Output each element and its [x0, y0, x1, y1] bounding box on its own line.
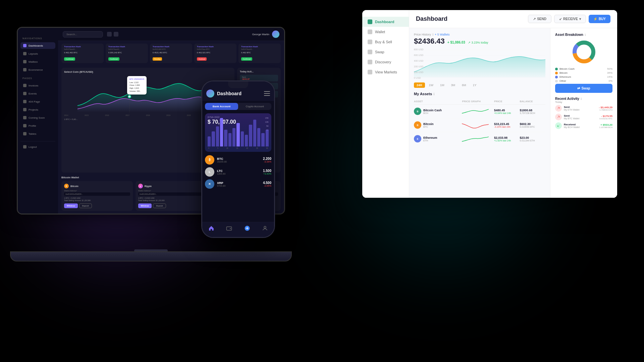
- laptop-base: [10, 251, 292, 261]
- btc-coin-icon: B: [64, 184, 69, 188]
- tooltip-high: High: 1,523: [129, 87, 144, 90]
- sidebar-item-projects[interactable]: Projects: [20, 106, 55, 113]
- price-chart-container: 800 USD 600 USD 400 USD 200 USD 100 USD …: [414, 47, 545, 80]
- asset-price-col: $33,223.45 -3.23% last 24h: [494, 122, 520, 128]
- bar-axis: 0 5 10 15 20 25 30: [208, 147, 269, 149]
- send-button[interactable]: ↗ SEND: [528, 15, 551, 23]
- tab-bank-account[interactable]: Bank Account: [205, 103, 238, 110]
- web-dashboard: Dashboard Wallet Buy & Sell Swap Discove…: [362, 10, 617, 198]
- sidebar-item-tables[interactable]: Tables: [20, 130, 55, 137]
- sidebar-item-ecommerce[interactable]: Ecommerce: [20, 66, 55, 73]
- tab-24h[interactable]: 24H: [414, 82, 425, 88]
- web-price-chart: [414, 47, 545, 80]
- tab-6m[interactable]: 6M: [459, 82, 469, 88]
- bar-9: [245, 135, 248, 146]
- price-today: ↗ 3.23% today: [468, 41, 488, 44]
- assets-table: Asset Price Graph Price Balance B Bitcoi…: [414, 99, 545, 146]
- projects-icon: [23, 108, 26, 111]
- sidebar-item-layouts[interactable]: Layouts: [20, 50, 55, 57]
- act-info: Received My BCH Wallet: [564, 123, 597, 128]
- search-input[interactable]: [63, 31, 103, 38]
- crypto-name: BTC: [217, 157, 260, 161]
- crypto-right: 2.200 -0.34%: [263, 157, 271, 163]
- tab-3m[interactable]: 3M: [448, 82, 458, 88]
- tab-crypto-account[interactable]: Crypto Account: [238, 103, 271, 110]
- tab-1w[interactable]: 1W: [426, 82, 436, 88]
- web-header: Dashboard ↗ SEND ↙ RECEIVE ▾ ⚡ BUY: [409, 10, 617, 28]
- crypto-info: LTC 1200.80: [217, 169, 260, 175]
- phone-notch: [228, 81, 248, 88]
- tab-1y[interactable]: 1Y: [470, 82, 479, 88]
- asset-price-col: $480.45 +0.04% last 24h: [494, 109, 520, 114]
- tx-amount: 0.462 BTC: [241, 52, 278, 54]
- nav-profile[interactable]: [262, 225, 268, 232]
- donut-chart: [571, 39, 597, 65]
- sidebar-discovery[interactable]: Discovery: [362, 57, 409, 67]
- tx-hash: Transaction Hash: [241, 46, 278, 48]
- activity-today-label: Today: [555, 101, 612, 104]
- sidebar-item-events[interactable]: Events: [20, 90, 55, 97]
- laptop-header: George Martin: [58, 28, 284, 41]
- nav-wallet[interactable]: [226, 225, 232, 232]
- crypto-price: 1200.80: [217, 173, 260, 175]
- web-sidebar: Dashboard Wallet Buy & Sell Swap Discove…: [362, 10, 409, 198]
- act-info: Sent My ETH Wallet: [564, 106, 597, 111]
- eth-mini-chart: [462, 134, 489, 143]
- asset-name-cell: E Ethereum ETH: [414, 135, 462, 142]
- sidebar-buy-sell[interactable]: Buy & Sell: [362, 37, 409, 47]
- sidebar-view-markets[interactable]: View Markets: [362, 67, 409, 77]
- nav-add[interactable]: [244, 225, 251, 232]
- wallet-card-0: B Bitcoin Wallet Address* 2xoD12t42xvR2d…: [61, 181, 133, 211]
- web-main: Dashboard ↗ SEND ↙ RECEIVE ▾ ⚡ BUY: [409, 10, 617, 198]
- markets-icon: [368, 70, 372, 74]
- svg-point-3: [230, 228, 231, 229]
- sidebar-item-profile[interactable]: Profile: [20, 122, 55, 129]
- wallet-icon: [368, 29, 372, 34]
- coin-name: Bitcoin: [70, 185, 78, 187]
- chart-date: 8 Feb 2022: [208, 116, 269, 118]
- menu-line-1: [264, 91, 270, 92]
- bar-2: [216, 126, 219, 146]
- legend-btc: Bitcoin 35%: [555, 71, 612, 74]
- asset-name-cell: B Bitcoin BTC: [414, 121, 462, 129]
- crypto-amount: 2.200: [263, 157, 271, 161]
- wallets-count: + 5 Wallets: [435, 33, 449, 36]
- receive-icon: ↙: [559, 17, 562, 21]
- logout-item[interactable]: Logout: [20, 143, 55, 150]
- phone-bezel: Dashboard Bank Account Crypto Account 8 …: [201, 80, 275, 238]
- buy-button[interactable]: ⚡ BUY: [589, 15, 610, 23]
- tab-1m[interactable]: 1M: [437, 82, 447, 88]
- sidebar-swap[interactable]: Swap: [362, 47, 409, 57]
- deposit-button[interactable]: Deposit: [79, 203, 92, 208]
- sidebar-dashboard[interactable]: Dashboard: [362, 17, 409, 27]
- sidebar-item-coming-soon[interactable]: Coming Soon: [20, 114, 55, 121]
- legend-other: Other 0%: [555, 79, 612, 82]
- tx-card-4: Transaction Hash 0xf5479ae#0... 0.462 BT…: [238, 44, 281, 63]
- receive-button[interactable]: ↙ RECEIVE ▾: [554, 15, 586, 23]
- price-change: + $1,086.03: [447, 41, 465, 44]
- sidebar-item-invoices[interactable]: Invoices: [20, 82, 55, 89]
- menu-icon[interactable]: [264, 91, 270, 96]
- nav-home[interactable]: [208, 225, 215, 232]
- mailbox-icon: [23, 60, 26, 63]
- sidebar-item-mailbox[interactable]: Mailbox: [20, 58, 55, 65]
- withdraw-button[interactable]: Withdraw: [138, 203, 152, 208]
- menu-line-2: [264, 93, 270, 94]
- asset-balance-col: $23.00 0.011344 ETH: [520, 136, 546, 142]
- bch-icon: B: [414, 108, 421, 115]
- tx-amount: 0.355,142 BTC: [108, 52, 145, 54]
- donut-container: [555, 39, 612, 65]
- phone-chart-card: 8 Feb 2022 $ 70,707.00 15K 10K 5K 0K 0 5…: [205, 113, 271, 152]
- xrp-coin-icon: ✦: [138, 184, 143, 188]
- deposit-button[interactable]: Deposit: [153, 203, 166, 208]
- asset-price-col: $2,033.98 +1.92% last 24h: [494, 136, 520, 142]
- sidebar-wallet[interactable]: Wallet: [362, 27, 409, 37]
- swap-button[interactable]: ⇄ Swap: [555, 84, 612, 93]
- btc-dot: [555, 72, 558, 74]
- sidebar-item-404[interactable]: 404 Page: [20, 98, 55, 105]
- bell-icon: [114, 32, 118, 37]
- bar-0: [208, 136, 211, 146]
- withdraw-button[interactable]: Withdraw: [64, 203, 78, 208]
- my-assets-section: My Assets ℹ Asset Price Graph Price Bala…: [414, 92, 545, 146]
- sidebar-item-dashboards[interactable]: Dashboards: [20, 42, 55, 49]
